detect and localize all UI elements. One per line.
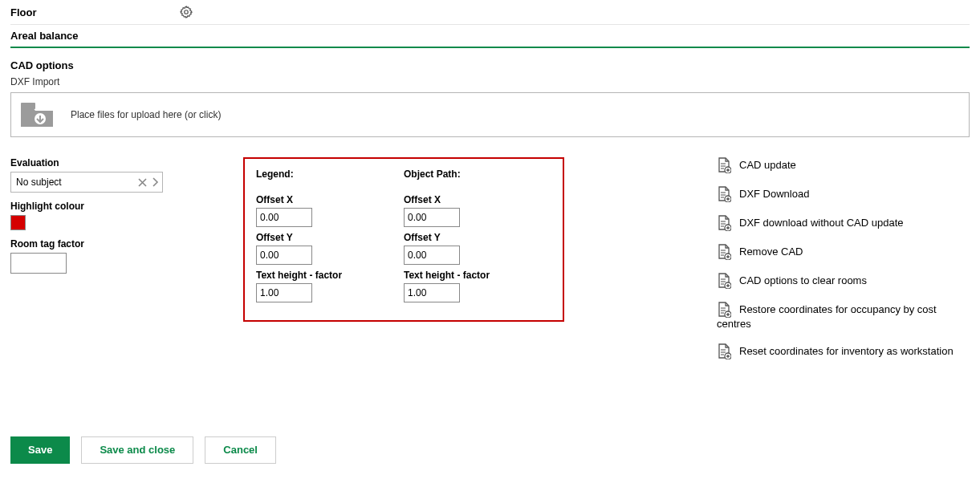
objpath-offset-y-input[interactable] (404, 246, 460, 265)
chevron-right-icon[interactable] (152, 177, 159, 187)
action-dxf-download[interactable]: DXF Download (717, 186, 970, 202)
save-button[interactable]: Save (10, 436, 70, 464)
action-label: CAD options to clear rooms (739, 274, 867, 287)
areal-balance-label: Areal balance (10, 30, 179, 42)
row-floor: Floor (10, 0, 970, 25)
legend-title: Legend: (256, 168, 404, 180)
evaluation-label: Evaluation (10, 157, 243, 168)
highlight-colour-label: Highlight colour (10, 201, 243, 212)
action-label: CAD update (739, 159, 796, 172)
legend-objectpath-panel: Legend: Offset X Offset Y Text height - … (243, 157, 564, 322)
folder-upload-icon (19, 101, 55, 128)
document-plus-icon (717, 302, 731, 318)
document-plus-icon (717, 244, 731, 260)
document-plus-icon (717, 273, 731, 289)
action-cad-update[interactable]: CAD update (717, 157, 970, 173)
legend-text-height-label: Text height - factor (256, 270, 404, 281)
action-cad-options-clear-rooms[interactable]: CAD options to clear rooms (717, 273, 970, 289)
legend-offset-y-input[interactable] (256, 246, 312, 265)
action-remove-cad[interactable]: Remove CAD (717, 244, 970, 260)
gear-icon[interactable] (179, 5, 193, 19)
dxf-import-label: DXF Import (10, 76, 970, 87)
objpath-text-height-label: Text height - factor (404, 270, 551, 281)
action-reset-inventory[interactable]: Reset coordinates for inventory as works… (717, 343, 970, 359)
action-label: Restore coordinates for occupancy by cos… (739, 303, 937, 316)
svg-rect-1 (21, 103, 35, 109)
document-plus-icon (717, 186, 731, 202)
action-dxf-download-no-update[interactable]: DXF download without CAD update (717, 215, 970, 231)
room-tag-factor-input[interactable] (10, 253, 67, 274)
dropzone-hint: Place files for upload here (or click) (71, 109, 221, 120)
objpath-text-height-input[interactable] (404, 283, 460, 302)
svg-point-0 (185, 10, 189, 14)
action-restore-coordinates-line2: centres (717, 318, 970, 331)
action-label: Remove CAD (739, 246, 803, 258)
footer-buttons: Save Save and close Cancel (10, 436, 970, 464)
legend-offset-x-label: Offset X (256, 194, 404, 205)
document-plus-icon (717, 157, 731, 173)
document-plus-icon (717, 215, 731, 231)
action-label: DXF Download (739, 188, 809, 201)
legend-offset-x-input[interactable] (256, 208, 312, 227)
row-areal-balance: Areal balance (10, 25, 970, 48)
objpath-offset-y-label: Offset Y (404, 232, 551, 243)
floor-label: Floor (10, 6, 179, 18)
room-tag-factor-label: Room tag factor (10, 238, 243, 250)
document-plus-icon (717, 343, 731, 359)
cad-options-title: CAD options (10, 59, 970, 71)
upload-dropzone[interactable]: Place files for upload here (or click) (10, 92, 970, 137)
objpath-offset-x-label: Offset X (404, 194, 551, 205)
action-restore-coordinates[interactable]: Restore coordinates for occupancy by cos… (717, 302, 970, 318)
object-path-title: Object Path: (404, 168, 551, 180)
highlight-colour-swatch[interactable] (10, 215, 26, 230)
legend-text-height-input[interactable] (256, 283, 312, 302)
cad-actions-list: CAD update DXF Download (717, 157, 970, 359)
evaluation-value: No subject (16, 177, 62, 188)
action-label: DXF download without CAD update (739, 217, 904, 229)
cancel-button[interactable]: Cancel (205, 436, 276, 464)
clear-icon[interactable] (138, 178, 147, 187)
evaluation-select[interactable]: No subject (10, 172, 163, 193)
save-and-close-button[interactable]: Save and close (81, 436, 193, 464)
action-label: Reset coordinates for inventory as works… (739, 345, 954, 358)
legend-offset-y-label: Offset Y (256, 232, 404, 243)
objpath-offset-x-input[interactable] (404, 208, 460, 227)
